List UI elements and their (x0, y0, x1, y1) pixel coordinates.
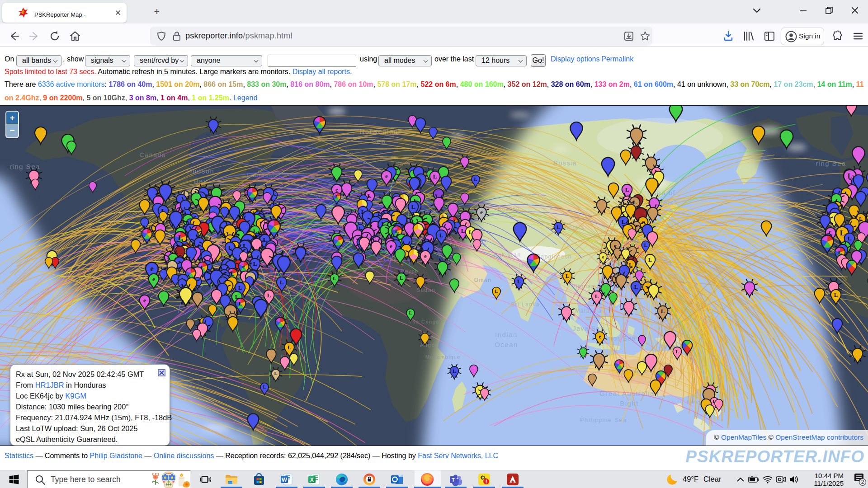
svg-text:L: L (368, 192, 372, 199)
svg-text:L: L (400, 275, 403, 281)
svg-text:Sri Lanka: Sri Lanka (511, 301, 540, 308)
svg-text:L: L (263, 385, 266, 389)
svg-text:L: L (661, 308, 665, 314)
svg-text:Indian: Indian (495, 331, 518, 338)
svg-text:X: X (310, 477, 314, 483)
svg-text:L: L (263, 236, 267, 243)
svg-text:L: L (395, 228, 399, 235)
svg-text:W: W (282, 477, 287, 483)
svg-text:e: e (424, 253, 427, 259)
svg-text:Philippine Sea: Philippine Sea (580, 417, 627, 423)
svg-text:L: L (625, 186, 629, 193)
svg-text:L: L (675, 349, 679, 354)
svg-text:L: L (274, 371, 278, 376)
svg-text:2: 2 (861, 479, 864, 485)
svg-text:e: e (599, 334, 601, 340)
svg-text:L: L (848, 235, 852, 242)
svg-text:L: L (566, 273, 569, 279)
svg-text:L: L (840, 229, 845, 237)
svg-text:e: e (150, 265, 153, 272)
svg-text:L: L (461, 227, 465, 234)
svg-text:Angola: Angola (420, 342, 441, 348)
svg-text:Ocean: Ocean (495, 341, 518, 348)
svg-text:e: e (152, 276, 155, 282)
svg-text:Mozambique: Mozambique (425, 354, 461, 360)
svg-text:e: e (242, 263, 245, 270)
svg-text:L: L (439, 232, 443, 239)
svg-text:L: L (474, 177, 477, 182)
svg-text:Hudson: Hudson (187, 167, 215, 175)
svg-text:L: L (557, 224, 560, 230)
svg-text:L: L (411, 203, 415, 210)
svg-text:L: L (834, 291, 838, 298)
svg-text:L: L (495, 289, 498, 294)
svg-text:e: e (143, 297, 146, 304)
svg-text:ring Sea: ring Sea (9, 163, 40, 170)
svg-text:Oman: Oman (474, 277, 492, 283)
svg-text:L: L (848, 172, 853, 180)
svg-text:L: L (644, 243, 647, 248)
svg-text:Great Australian: Great Australian (599, 389, 659, 397)
svg-text:e: e (480, 209, 483, 216)
svg-text:L: L (335, 194, 339, 199)
svg-text:L: L (231, 270, 235, 277)
svg-text:L: L (288, 344, 291, 351)
svg-text:L: L (453, 368, 456, 374)
svg-text:L: L (253, 260, 257, 267)
svg-text:L: L (267, 292, 271, 299)
svg-text:L: L (622, 218, 626, 225)
svg-text:e: e (335, 186, 338, 193)
svg-text:L: L (595, 293, 599, 300)
svg-text:e: e (602, 254, 604, 259)
svg-text:L: L (333, 276, 336, 281)
svg-text:e: e (390, 243, 392, 249)
svg-text:L: L (238, 284, 242, 291)
svg-text:L: L (178, 234, 183, 242)
svg-text:T: T (452, 477, 455, 483)
svg-text:e: e (385, 173, 388, 179)
svg-text:L: L (517, 279, 521, 285)
svg-text:L: L (634, 283, 638, 290)
svg-text:L: L (648, 256, 652, 263)
svg-text:L: L (280, 279, 284, 286)
svg-text:L: L (239, 300, 243, 307)
svg-text:Sudan: Sudan (416, 287, 435, 293)
svg-text:L: L (433, 173, 437, 180)
svg-text:L: L (409, 310, 412, 315)
